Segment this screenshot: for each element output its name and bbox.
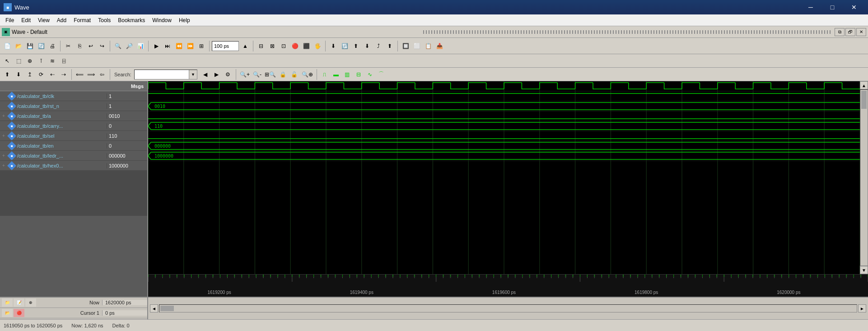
waveform-canvas[interactable]: [148, 81, 868, 274]
tb3-btn-5[interactable]: ⇠: [47, 69, 58, 80]
time-unit-btn[interactable]: ▲: [240, 41, 251, 51]
copy-button[interactable]: ⎘: [74, 41, 85, 51]
v-scroll-down-button[interactable]: ▼: [860, 266, 868, 274]
expand-hex0[interactable]: +: [0, 163, 7, 168]
search-prev-button[interactable]: ◀: [200, 69, 211, 80]
wave-type-4[interactable]: ⊟: [353, 69, 364, 80]
zoom-lock-2[interactable]: 🔓: [289, 69, 300, 80]
zoom-lock-1[interactable]: 🔒: [278, 69, 289, 80]
v-scrollbar-track[interactable]: [860, 89, 868, 266]
v-scroll-up-button[interactable]: ▲: [860, 81, 868, 89]
search-next-button[interactable]: ▶: [211, 69, 222, 80]
zoom-mode[interactable]: 🔍⊕: [300, 69, 314, 80]
save-button[interactable]: 💾: [24, 41, 35, 51]
signal-row-clk[interactable]: ◆ /calculator_tb/clk 1: [0, 91, 147, 101]
cursor-btn-3[interactable]: ⬆: [350, 41, 361, 51]
wave-btn-2[interactable]: ⏭: [162, 41, 173, 51]
signal-row-sel[interactable]: + ◆ /calculator_tb/sel 110: [0, 131, 147, 141]
search-icon-btn[interactable]: 🔎: [124, 41, 135, 51]
tb-btn-d[interactable]: 🔴: [289, 41, 300, 51]
tab-restore-button[interactable]: 🗗: [845, 28, 855, 36]
tb-btn-f[interactable]: 🖐: [312, 41, 323, 51]
maximize-button[interactable]: □: [822, 0, 843, 14]
tb-btn-b[interactable]: ⊠: [267, 41, 278, 51]
wave-type-1[interactable]: ⎍: [319, 69, 330, 80]
signal-row-a[interactable]: + ◆ /calculator_tb/a 0010: [0, 111, 147, 121]
tab-float-button[interactable]: ⧉: [835, 28, 845, 36]
h-scroll-left-button[interactable]: ◄: [150, 304, 158, 312]
menu-window[interactable]: Window: [149, 16, 175, 24]
tb3-nav-1[interactable]: ⟸: [74, 69, 85, 80]
tb3-nav-3[interactable]: ⇦: [97, 69, 107, 80]
signal-row-hex0[interactable]: + ◆ /calculator_tb/hex0... 1000000: [0, 161, 147, 171]
wave-type-6[interactable]: ⌒: [376, 69, 387, 80]
cursor-btn-1[interactable]: ⬇: [328, 41, 339, 51]
print-button[interactable]: 🖨: [47, 41, 58, 51]
wave-btn-4[interactable]: ⏩: [185, 41, 196, 51]
tb-btn-c[interactable]: ⊡: [278, 41, 289, 51]
right-btn-1[interactable]: 🔲: [400, 41, 411, 51]
wave-btn-3[interactable]: ⏪: [173, 41, 184, 51]
open-button[interactable]: 📂: [13, 41, 24, 51]
tab-close-button[interactable]: ✕: [856, 28, 866, 36]
zoom-in-button[interactable]: 🔍+: [238, 69, 251, 80]
search-container[interactable]: ▼: [134, 70, 197, 79]
wave-btn-5[interactable]: ⊞: [196, 41, 207, 51]
zoom-fit-button[interactable]: 🔍: [112, 41, 123, 51]
wave-type-5[interactable]: ∿: [364, 69, 375, 80]
tb3-btn-3[interactable]: ↥: [24, 69, 35, 80]
time-input[interactable]: 100 ps: [212, 41, 239, 51]
wave-btn-1[interactable]: ▶: [151, 41, 162, 51]
undo-button[interactable]: ↩: [85, 41, 96, 51]
select-tool[interactable]: ⬚: [13, 56, 24, 66]
search-settings-button[interactable]: ⚙: [223, 69, 233, 80]
cursor-btn-5[interactable]: ⤴: [373, 41, 384, 51]
menu-bookmarks[interactable]: Bookmarks: [114, 16, 149, 24]
edge-tool[interactable]: ⌸: [58, 56, 69, 66]
wave-tool[interactable]: ≋: [47, 56, 58, 66]
zoom-fit-btn[interactable]: ⊞🔍: [263, 69, 277, 80]
wave-type-3[interactable]: ▥: [342, 69, 353, 80]
cursor-icon-1[interactable]: 📂: [2, 309, 13, 317]
menu-file[interactable]: File: [2, 16, 18, 24]
menu-view[interactable]: View: [34, 16, 53, 24]
menu-format[interactable]: Format: [70, 16, 94, 24]
signal-row-rst[interactable]: ◆ /calculator_tb/rst_n 1: [0, 101, 147, 111]
search-dropdown-arrow[interactable]: ▼: [189, 70, 197, 79]
expand-a[interactable]: +: [0, 113, 7, 118]
minimize-button[interactable]: ─: [800, 0, 821, 14]
signal-row-carry[interactable]: ◆ /calculator_tb/carry... 0: [0, 121, 147, 131]
bottom-icon-2[interactable]: 📝: [14, 298, 24, 307]
zoom-out-button[interactable]: 🔍-: [252, 69, 263, 80]
h-scroll-right-button[interactable]: ►: [858, 304, 866, 312]
right-btn-2[interactable]: ⬜: [411, 41, 422, 51]
signal-row-ledr[interactable]: + ◆ /calculator_tb/ledr_... 000000: [0, 151, 147, 161]
tb3-btn-2[interactable]: ⬇: [13, 69, 24, 80]
cursor-btn-4[interactable]: ⬇: [362, 41, 373, 51]
tb-btn-e[interactable]: ⬛: [301, 41, 312, 51]
search-input[interactable]: [135, 72, 189, 77]
tb3-btn-6[interactable]: ⇢: [58, 69, 69, 80]
zoom-tool[interactable]: ⊕: [24, 56, 35, 66]
refresh-button[interactable]: 🔄: [36, 41, 47, 51]
tab-label[interactable]: Wave - Default: [12, 29, 420, 35]
tb3-btn-1[interactable]: ⬆: [2, 69, 13, 80]
sig-button[interactable]: 📊: [135, 41, 146, 51]
h-scrollbar-thumb[interactable]: [160, 306, 174, 311]
cursor-btn-6[interactable]: ⬆: [384, 41, 395, 51]
bottom-icon-3[interactable]: ⊕: [25, 298, 36, 307]
menu-tools[interactable]: Tools: [94, 16, 114, 24]
right-btn-4[interactable]: 📥: [434, 41, 445, 51]
expand-sel[interactable]: +: [0, 133, 7, 138]
cursor-btn-2[interactable]: 🔃: [339, 41, 350, 51]
tb3-nav-2[interactable]: ⟹: [85, 69, 96, 80]
close-button[interactable]: ✕: [844, 0, 864, 14]
redo-button[interactable]: ↪: [97, 41, 107, 51]
tb3-btn-4[interactable]: ⟳: [36, 69, 47, 80]
cursor-icon-2[interactable]: 🔴: [14, 309, 24, 317]
right-btn-3[interactable]: 📋: [423, 41, 434, 51]
menu-add[interactable]: Add: [53, 16, 70, 24]
menu-edit[interactable]: Edit: [18, 16, 34, 24]
bottom-icon-1[interactable]: 📁: [2, 298, 13, 307]
pointer-tool[interactable]: ↖: [2, 56, 13, 66]
